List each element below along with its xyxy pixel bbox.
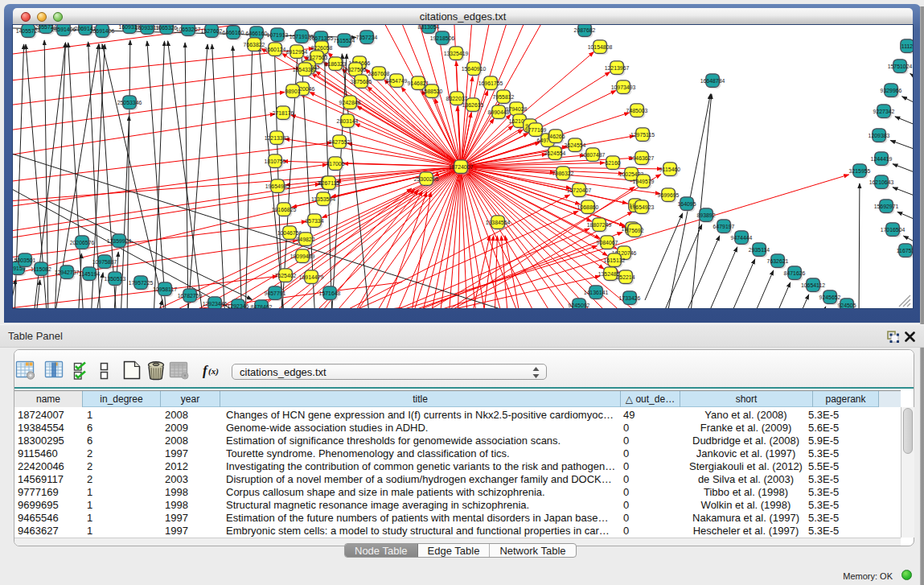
svg-text:1244419: 1244419 — [871, 156, 893, 162]
svg-text:1292346: 1292346 — [228, 303, 249, 309]
svg-text:16671355: 16671355 — [309, 35, 334, 41]
svg-text:2935114: 2935114 — [749, 247, 770, 253]
svg-text:1615132: 1615132 — [604, 257, 626, 263]
svg-text:16782759: 16782759 — [178, 293, 203, 299]
svg-text:417006: 417006 — [326, 161, 345, 167]
svg-text:849822: 849822 — [297, 237, 315, 242]
svg-text:3660124: 3660124 — [265, 47, 286, 52]
svg-text:16543382: 16543382 — [293, 67, 318, 72]
svg-text:19384554: 19384554 — [486, 220, 511, 225]
svg-text:16210643: 16210643 — [869, 179, 894, 185]
svg-text:62160: 62160 — [605, 160, 620, 166]
svg-text:3624554: 3624554 — [565, 142, 586, 148]
svg-text:12213383: 12213383 — [265, 135, 290, 141]
svg-text:9699695: 9699695 — [658, 192, 680, 198]
svg-text:19218506: 19218506 — [430, 35, 455, 41]
svg-text:8226058: 8226058 — [311, 45, 333, 51]
svg-text:20591406: 20591406 — [51, 27, 76, 32]
svg-text:25300295: 25300295 — [414, 176, 439, 182]
svg-text:14136141: 14136141 — [584, 290, 609, 295]
svg-text:9146821: 9146821 — [408, 80, 429, 86]
svg-text:16914479: 16914479 — [299, 274, 324, 280]
svg-text:8912954: 8912954 — [286, 49, 308, 55]
svg-text:18807249: 18807249 — [587, 222, 612, 228]
svg-text:164095: 164095 — [678, 201, 696, 207]
svg-text:924505: 924505 — [838, 303, 856, 308]
svg-text:(x): (x) — [208, 366, 219, 377]
svg-text:15751024: 15751024 — [888, 64, 913, 69]
svg-text:7955812: 7955812 — [493, 94, 515, 100]
svg-text:10154808: 10154808 — [588, 44, 613, 50]
svg-text:12213967: 12213967 — [605, 65, 630, 71]
svg-text:9329966: 9329966 — [881, 88, 902, 93]
svg-text:9115460: 9115460 — [659, 167, 680, 172]
svg-text:17016504: 17016504 — [881, 227, 906, 233]
svg-text:19099489: 19099489 — [290, 253, 315, 259]
svg-text:9327505: 9327505 — [345, 67, 367, 72]
svg-text:19654985: 19654985 — [265, 183, 290, 189]
svg-text:8186323: 8186323 — [325, 61, 347, 67]
svg-text:10973493: 10973493 — [611, 84, 636, 90]
svg-text:7485003: 7485003 — [626, 108, 648, 113]
svg-text:16648784: 16648784 — [700, 78, 725, 84]
svg-text:1071913: 1071913 — [267, 32, 289, 38]
svg-text:1527602: 1527602 — [201, 28, 223, 34]
svg-text:10975887: 10975887 — [92, 259, 117, 265]
svg-text:9777169: 9777169 — [525, 127, 547, 133]
svg-text:16961755: 16961755 — [478, 80, 503, 86]
svg-text:9245092: 9245092 — [569, 303, 590, 308]
svg-text:1209383: 1209383 — [869, 133, 890, 138]
svg-text:10807487: 10807487 — [581, 152, 606, 158]
svg-text:1571648: 1571648 — [319, 290, 341, 296]
svg-text:8427552: 8427552 — [329, 139, 351, 145]
svg-text:19463627: 19463627 — [630, 155, 655, 161]
svg-text:7625402: 7625402 — [275, 273, 297, 278]
svg-text:20691406: 20691406 — [90, 28, 115, 34]
svg-text:1145194: 1145194 — [79, 271, 100, 277]
svg-text:746266: 746266 — [547, 134, 565, 139]
svg-text:12923446: 12923446 — [203, 301, 228, 307]
svg-text:3624554: 3624554 — [544, 150, 566, 156]
svg-text:8478462: 8478462 — [251, 304, 273, 309]
svg-text:10046756: 10046756 — [277, 230, 302, 236]
svg-text:8471626: 8471626 — [784, 270, 806, 276]
svg-text:2867608: 2867608 — [368, 71, 390, 76]
svg-text:12942737: 12942737 — [55, 270, 80, 275]
svg-text:7663822: 7663822 — [244, 42, 265, 47]
svg-text:9794028: 9794028 — [506, 106, 528, 112]
svg-text:7357234: 7357234 — [356, 35, 378, 40]
svg-text:5003501: 5003501 — [14, 257, 36, 263]
svg-text:25053346: 25053346 — [117, 100, 142, 105]
svg-text:6466160: 6466160 — [223, 30, 244, 35]
svg-text:9327503: 9327503 — [306, 55, 328, 60]
svg-text:1350513: 1350513 — [105, 276, 126, 282]
svg-text:11353594: 11353594 — [311, 196, 335, 202]
svg-text:7632621: 7632621 — [767, 258, 789, 264]
svg-text:19166825: 19166825 — [272, 207, 297, 212]
svg-text:1068860: 1068860 — [577, 204, 599, 210]
svg-text:12975115: 12975115 — [630, 132, 655, 138]
svg-text:857334: 857334 — [306, 218, 324, 224]
svg-text:2803144: 2803144 — [337, 118, 359, 124]
svg-text:15692971: 15692971 — [874, 204, 899, 209]
svg-text:893892: 893892 — [697, 212, 716, 218]
svg-text:18724007: 18724007 — [449, 164, 474, 170]
svg-text:3875685: 3875685 — [351, 79, 372, 84]
svg-text:17957225: 17957225 — [129, 280, 154, 286]
svg-text:6479197: 6479197 — [713, 224, 735, 229]
svg-text:8454749: 8454749 — [386, 78, 408, 84]
svg-text:1810755: 1810755 — [265, 159, 286, 164]
svg-text:252214: 252214 — [617, 274, 635, 280]
svg-text:98901: 98901 — [285, 89, 300, 94]
svg-text:1733426: 1733426 — [619, 295, 641, 301]
svg-text:8267115: 8267115 — [318, 180, 339, 186]
svg-text:9474444: 9474444 — [731, 235, 753, 241]
svg-text:975692: 975692 — [626, 228, 644, 233]
svg-text:20206576: 20206576 — [70, 240, 95, 245]
svg-text:9457791: 9457791 — [265, 290, 286, 296]
svg-text:1949579: 1949579 — [633, 179, 655, 184]
svg-text:9245652: 9245652 — [819, 295, 841, 300]
svg-text:13325419: 13325419 — [444, 51, 469, 56]
svg-text:2087682: 2087682 — [574, 27, 596, 33]
svg-text:6466160: 6466160 — [246, 31, 268, 36]
